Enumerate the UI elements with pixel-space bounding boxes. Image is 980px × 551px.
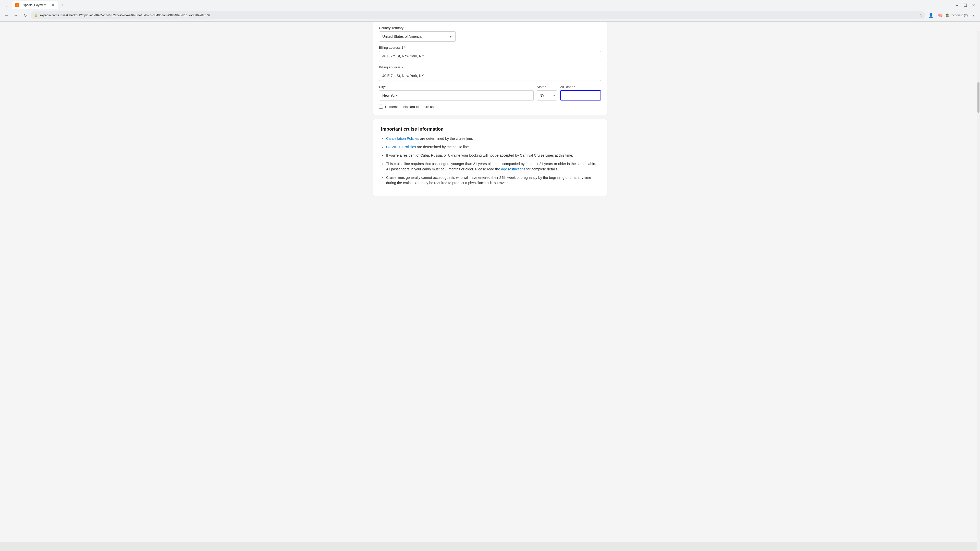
- country-select[interactable]: United States of America: [379, 32, 455, 41]
- billing-address1-group: Billing address 1*: [379, 46, 601, 61]
- cruise-info-title: Important cruise information: [381, 127, 599, 132]
- state-required: *: [545, 85, 546, 89]
- tab-close-button[interactable]: ✕: [51, 3, 55, 7]
- incognito-icon: 🕵: [946, 14, 950, 17]
- url-display: expedia.com/CruiseCheckout?tripid=e17f8e…: [40, 14, 917, 17]
- minimize-button[interactable]: ‒: [953, 2, 961, 9]
- profile-icon[interactable]: 👤: [928, 12, 935, 19]
- back-button[interactable]: ←: [3, 12, 10, 19]
- cuba-russia-ukraine-text: If you're a resident of Cuba, Russia, or…: [386, 153, 573, 157]
- scrollbar-thumb[interactable]: [977, 82, 980, 113]
- billing-address1-input[interactable]: [379, 51, 601, 61]
- list-item: Cancellation Policies are determined by …: [386, 136, 599, 141]
- state-select-wrapper: NY ▼: [537, 90, 557, 100]
- cancellation-policies-text: are determined by the cruise line.: [420, 137, 473, 141]
- list-item: Cruise lines generally cannot accept gue…: [386, 175, 599, 186]
- tab-bar: E Expedia: Payment ✕ +: [12, 1, 951, 9]
- covid-policies-link[interactable]: COVID-19 Policies: [386, 145, 416, 149]
- remember-card-checkbox[interactable]: [379, 105, 383, 109]
- new-tab-button[interactable]: +: [59, 2, 66, 9]
- list-item: If you're a resident of Cuba, Russia, or…: [386, 153, 599, 158]
- age-requirement-text-before: This cruise line requires that passenger…: [386, 162, 596, 171]
- bookmark-icon: ☆: [919, 13, 922, 17]
- dropdown-button[interactable]: ⌄: [3, 2, 10, 9]
- close-button[interactable]: ✕: [970, 2, 977, 9]
- cruise-info-list: Cancellation Policies are determined by …: [381, 136, 599, 186]
- incognito-button[interactable]: 🕵 Incognito (2): [946, 14, 968, 17]
- menu-button[interactable]: ⋮: [970, 12, 977, 19]
- state-select[interactable]: NY: [537, 90, 557, 100]
- content-area: Country/Territory United States of Ameri…: [368, 22, 612, 196]
- list-item: COVID-19 Policies are determined by the …: [386, 144, 599, 150]
- billing-address2-input[interactable]: [379, 71, 601, 81]
- address-bar-row: ← → ↻ 🔒 expedia.com/CruiseCheckout?tripi…: [0, 10, 980, 21]
- age-requirement-text-after: for complete details.: [526, 167, 558, 171]
- remember-card-label: Remember this card for future use: [385, 105, 435, 109]
- remember-card-row: Remember this card for future use: [379, 105, 601, 109]
- inline-fields: City* State* NY ▼: [379, 85, 601, 100]
- forward-button[interactable]: →: [12, 12, 19, 19]
- billing-address1-required: *: [404, 46, 405, 49]
- browser-titlebar: ⌄ E Expedia: Payment ✕ + ‒ ☐ ✕: [0, 0, 980, 10]
- expedia-tab-icon: E: [15, 3, 19, 7]
- cruise-info-section: Important cruise information Cancellatio…: [372, 119, 608, 196]
- state-label: State*: [537, 85, 557, 89]
- billing-address1-label: Billing address 1*: [379, 46, 601, 49]
- state-field: State* NY ▼: [537, 85, 557, 100]
- city-label: City*: [379, 85, 534, 89]
- address-bar[interactable]: 🔒 expedia.com/CruiseCheckout?tripid=e17f…: [30, 11, 925, 19]
- age-restrictions-link[interactable]: age restrictions: [501, 167, 525, 171]
- billing-form-section: Country/Territory United States of Ameri…: [372, 22, 608, 115]
- city-field: City*: [379, 85, 534, 100]
- billing-address2-group: Billing address 2: [379, 65, 601, 81]
- city-input[interactable]: [379, 90, 534, 100]
- scrollbar-area: [977, 30, 980, 542]
- pregnancy-text: Cruise lines generally cannot accept gue…: [386, 176, 591, 185]
- tab-title: Expedia: Payment: [21, 3, 49, 7]
- country-select-wrapper: United States of America ▼: [379, 32, 455, 41]
- country-form-group: Country/Territory United States of Ameri…: [379, 26, 601, 41]
- zip-required: *: [574, 85, 575, 89]
- list-item: This cruise line requires that passenger…: [386, 161, 599, 172]
- restore-button[interactable]: ☐: [962, 2, 969, 9]
- reload-button[interactable]: ↻: [21, 12, 29, 19]
- zip-label: ZIP code*: [560, 85, 601, 89]
- covid-policies-text: are determined by the cruise line.: [417, 145, 470, 149]
- country-label: Country/Territory: [379, 26, 601, 30]
- cancellation-policies-link[interactable]: Cancellation Policies: [386, 137, 419, 141]
- active-tab[interactable]: E Expedia: Payment ✕: [12, 1, 58, 9]
- lock-icon: 🔒: [34, 13, 38, 17]
- browser-chrome: ⌄ E Expedia: Payment ✕ + ‒ ☐ ✕ ← → ↻ 🔒 e…: [0, 0, 980, 22]
- page-wrapper: Country/Territory United States of Ameri…: [0, 22, 980, 542]
- billing-address2-label: Billing address 2: [379, 65, 601, 69]
- city-state-zip-group: City* State* NY ▼: [379, 85, 601, 100]
- city-required: *: [385, 85, 387, 89]
- extensions-icon[interactable]: 🧠: [937, 12, 944, 19]
- incognito-label: Incognito (2): [951, 14, 968, 17]
- browser-controls: ⌄: [3, 2, 10, 9]
- zip-input[interactable]: [560, 90, 601, 100]
- zip-field: ZIP code*: [560, 85, 601, 100]
